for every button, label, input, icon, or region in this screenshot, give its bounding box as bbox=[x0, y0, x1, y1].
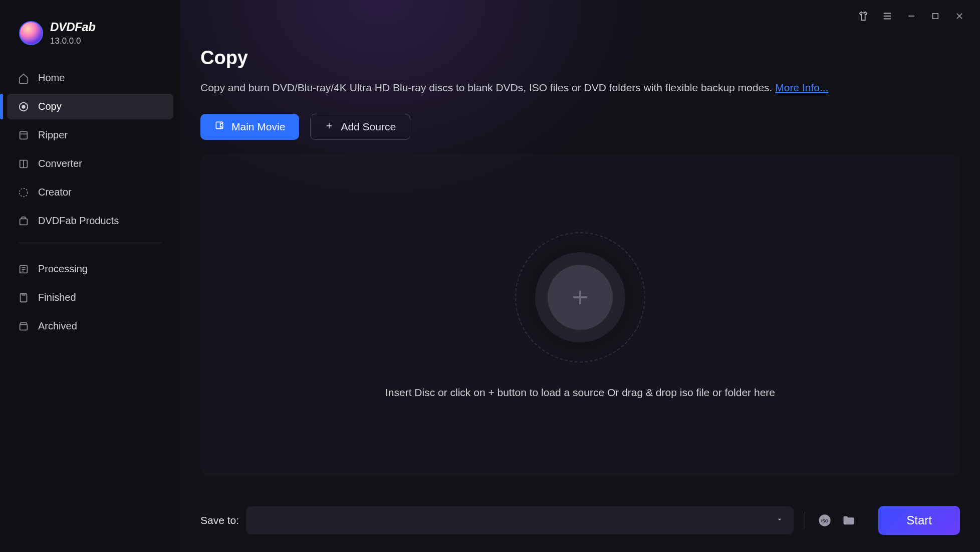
main-movie-label: Main Movie bbox=[231, 121, 285, 133]
sidebar-item-home[interactable]: Home bbox=[7, 65, 173, 91]
nav-primary: Home Copy Ripper Converter bbox=[7, 65, 173, 234]
svg-point-4 bbox=[20, 188, 28, 197]
sidebar-item-products[interactable]: DVDFab Products bbox=[7, 208, 173, 234]
plus-icon bbox=[325, 121, 334, 133]
minimize-icon[interactable] bbox=[906, 11, 917, 22]
sidebar-item-ripper[interactable]: Ripper bbox=[7, 122, 173, 148]
content: Copy Copy and burn DVD/Blu-ray/4K Ultra … bbox=[180, 32, 980, 492]
sidebar-item-finished[interactable]: Finished bbox=[7, 285, 173, 310]
bar-divider bbox=[805, 512, 805, 529]
sidebar-item-processing[interactable]: Processing bbox=[7, 256, 173, 282]
finished-icon bbox=[18, 292, 29, 303]
brand-logo-icon bbox=[19, 21, 43, 45]
disc-icon bbox=[18, 101, 29, 112]
menu-icon[interactable] bbox=[882, 11, 893, 22]
more-info-link[interactable]: More Info... bbox=[775, 82, 828, 93]
drop-circle-outer: + bbox=[515, 232, 645, 362]
svg-rect-8 bbox=[20, 324, 28, 330]
sidebar-item-label: Ripper bbox=[38, 129, 68, 141]
drop-plus-icon[interactable]: + bbox=[548, 265, 613, 330]
brand-text: DVDFab 13.0.0.0 bbox=[50, 20, 95, 46]
sidebar: DVDFab 13.0.0.0 Home Copy Ri bbox=[0, 0, 180, 552]
sidebar-item-label: Archived bbox=[38, 320, 77, 332]
shirt-icon[interactable] bbox=[858, 11, 869, 22]
action-row: Main Movie Add Source bbox=[200, 114, 960, 140]
home-icon bbox=[18, 73, 29, 84]
sidebar-item-label: Converter bbox=[38, 158, 82, 169]
svg-point-1 bbox=[22, 105, 25, 108]
sidebar-item-label: Finished bbox=[38, 292, 76, 303]
archived-icon bbox=[18, 321, 29, 332]
svg-rect-5 bbox=[20, 219, 28, 225]
sidebar-divider bbox=[18, 243, 162, 243]
sidebar-item-label: DVDFab Products bbox=[38, 215, 119, 227]
svg-text:ISO: ISO bbox=[821, 519, 828, 523]
app-root: DVDFab 13.0.0.0 Home Copy Ri bbox=[0, 0, 980, 552]
brand-name: DVDFab bbox=[50, 20, 95, 34]
sidebar-item-copy[interactable]: Copy bbox=[7, 94, 173, 119]
brand-block: DVDFab 13.0.0.0 bbox=[7, 15, 173, 61]
folder-icon[interactable] bbox=[840, 512, 857, 529]
creator-icon bbox=[18, 187, 29, 198]
save-to-label: Save to: bbox=[200, 514, 239, 526]
products-icon bbox=[18, 216, 29, 227]
iso-icon[interactable]: ISO bbox=[816, 512, 833, 529]
save-to-dropdown[interactable] bbox=[246, 506, 794, 534]
chevron-down-icon bbox=[776, 515, 784, 525]
bottom-bar: Save to: ISO Start bbox=[180, 492, 980, 552]
add-source-button[interactable]: Add Source bbox=[310, 114, 410, 140]
sidebar-item-label: Creator bbox=[38, 187, 72, 198]
sidebar-item-converter[interactable]: Converter bbox=[7, 151, 173, 176]
dropzone-hint: Insert Disc or click on + button to load… bbox=[385, 387, 775, 399]
page-title: Copy bbox=[200, 47, 960, 69]
add-source-label: Add Source bbox=[341, 121, 396, 133]
processing-icon bbox=[18, 264, 29, 275]
ripper-icon bbox=[18, 130, 29, 141]
titlebar bbox=[180, 0, 980, 32]
sidebar-item-label: Home bbox=[38, 72, 65, 84]
page-description-text: Copy and burn DVD/Blu-ray/4K Ultra HD Bl… bbox=[200, 82, 775, 93]
main-movie-button[interactable]: Main Movie bbox=[200, 114, 299, 140]
nav-queue: Processing Finished Archived bbox=[7, 256, 173, 339]
svg-rect-2 bbox=[20, 131, 28, 139]
maximize-icon[interactable] bbox=[930, 11, 941, 22]
page-description: Copy and burn DVD/Blu-ray/4K Ultra HD Bl… bbox=[200, 80, 960, 96]
svg-rect-9 bbox=[933, 14, 938, 19]
start-button[interactable]: Start bbox=[878, 506, 960, 535]
sidebar-item-archived[interactable]: Archived bbox=[7, 313, 173, 339]
dropzone[interactable]: + Insert Disc or click on + button to lo… bbox=[200, 155, 960, 476]
brand-version: 13.0.0.0 bbox=[50, 36, 95, 46]
main-area: Copy Copy and burn DVD/Blu-ray/4K Ultra … bbox=[180, 0, 980, 552]
sidebar-item-label: Copy bbox=[38, 101, 62, 112]
sidebar-item-creator[interactable]: Creator bbox=[7, 179, 173, 205]
drop-circle-mid: + bbox=[535, 252, 625, 342]
converter-icon bbox=[18, 158, 29, 169]
sidebar-item-label: Processing bbox=[38, 263, 88, 275]
movie-mode-icon bbox=[214, 120, 224, 133]
close-icon[interactable] bbox=[954, 11, 965, 22]
